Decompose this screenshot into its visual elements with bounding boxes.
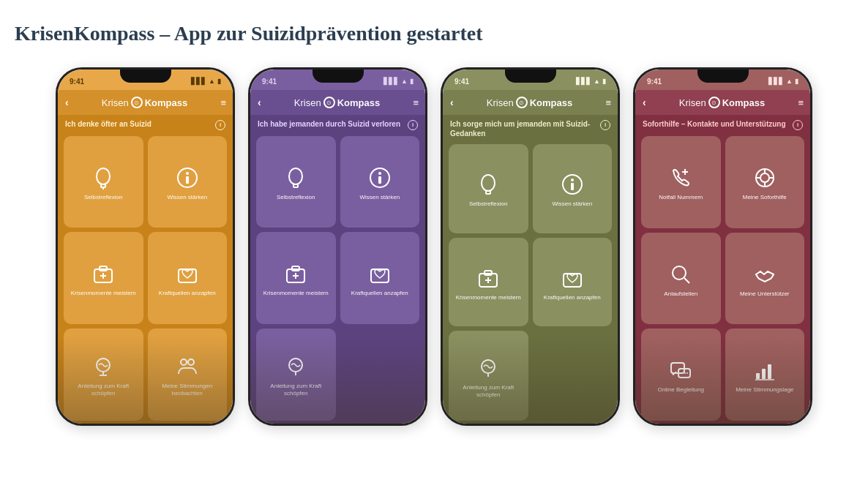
svg-rect-1 xyxy=(101,184,105,187)
svg-point-20 xyxy=(378,172,381,175)
time-4: 9:41 xyxy=(647,78,662,86)
grid-item-krisen-2[interactable]: Krisenmomente meistern xyxy=(256,232,336,323)
label-krisen-3: Krisenmomente meistern xyxy=(456,294,521,301)
grid-item-stimmungen-1[interactable]: Meine Stimmungen beobachten xyxy=(148,329,228,421)
svg-point-55 xyxy=(686,372,688,374)
grid-item-wissen-3[interactable]: Wissen stärken xyxy=(533,144,613,233)
grid-item-notfall-4[interactable]: Notfall Nummern xyxy=(641,136,721,228)
label-wissen-1: Wissen stärken xyxy=(167,194,207,201)
info-icon-2[interactable]: i xyxy=(408,120,418,130)
grid-item-anleitung-3[interactable]: Anleitung zum Kraft schöpfen xyxy=(449,331,528,421)
grid-item-wissen-1[interactable]: Wissen stärken xyxy=(148,136,228,228)
status-icons-4: ▋▋▋ ▲ ▮ xyxy=(768,78,798,85)
label-wissen-2: Wissen stärken xyxy=(359,194,400,201)
logo-4: Krisen ⊙ Kompass xyxy=(679,97,765,108)
chart-bars-icon-4 xyxy=(752,357,778,383)
back-chevron-4[interactable]: ‹ xyxy=(643,97,646,108)
label-wissen-3: Wissen stärken xyxy=(552,200,592,208)
status-bar-1: 9:41 ▋▋▋ ▲ ▮ xyxy=(58,70,233,90)
heart-box-icon-2 xyxy=(367,260,393,287)
label-unterstuetzer-4: Meine Unterstützer xyxy=(740,290,790,298)
section-text-2: Ich habe jemanden durch Suizid verloren xyxy=(258,119,400,129)
svg-point-4 xyxy=(186,172,189,175)
svg-point-53 xyxy=(682,372,684,374)
grid-item-selbstreflexion-1[interactable]: Selbstreflexion xyxy=(64,136,143,228)
mirror-icon-2 xyxy=(283,165,309,191)
info-icon-4[interactable]: i xyxy=(793,120,803,130)
grid-item-online-4[interactable]: Online Begleitung xyxy=(641,329,721,421)
status-bar-3: 9:41 ▋▋▋ ▲ ▮ xyxy=(443,70,618,90)
grid-item-unterstuetzer-4[interactable]: Meine Unterstützer xyxy=(725,233,805,325)
svg-line-50 xyxy=(684,278,689,283)
logo-kompass-3: Kompass xyxy=(530,97,573,108)
mirror-icon-1 xyxy=(90,165,116,191)
grid-item-soforthilfe-4[interactable]: Meine Soforthilfe xyxy=(725,136,805,228)
svg-point-44 xyxy=(760,173,769,182)
section-label-2: Ich habe jemanden durch Suizid verloren … xyxy=(250,115,425,133)
icon-grid-2: Selbstreflexion Wissen stärken xyxy=(250,133,425,424)
back-chevron-1[interactable]: ‹ xyxy=(65,97,69,108)
app-header-4: ‹ Krisen ⊙ Kompass ≡ xyxy=(635,90,810,115)
svg-rect-21 xyxy=(378,176,381,184)
back-chevron-2[interactable]: ‹ xyxy=(258,97,261,108)
grid-item-anleitung-2[interactable]: Anleitung zum Kraft schöpfen xyxy=(256,329,336,421)
label-anleitung-3: Anleitung zum Kraft schöpfen xyxy=(452,384,525,398)
time-3: 9:41 xyxy=(454,78,469,86)
grid-item-selbstreflexion-2[interactable]: Selbstreflexion xyxy=(256,136,336,228)
mirror-icon-3 xyxy=(475,171,501,198)
grid-item-anleitung-1[interactable]: Anleitung zum Kraft schöpfen xyxy=(64,329,143,421)
compass-icon-4: ⊙ xyxy=(708,97,720,108)
info-icon-grid-3 xyxy=(559,171,585,198)
logo-krisen-1: Krisen xyxy=(102,97,129,108)
signal-icon-2: ▋▋▋ xyxy=(384,78,399,85)
grid-item-kraft-3[interactable]: Kraftquellen anzapfen xyxy=(533,238,613,327)
app-header-1: ‹ Krisen ⊙ Kompass ≡ xyxy=(58,90,233,115)
grid-item-anlauf-4[interactable]: Anlaufstellen xyxy=(641,233,721,325)
section-label-1: Ich denke öfter an Suizid i xyxy=(58,115,233,133)
phone-1: 9:41 ▋▋▋ ▲ ▮ ‹ Krisen ⊙ Kompass ≡ xyxy=(56,67,235,426)
svg-rect-56 xyxy=(756,373,760,379)
hamburger-icon-1[interactable]: ≡ xyxy=(220,97,225,108)
grid-item-kraft-2[interactable]: Kraftquellen anzapfen xyxy=(340,232,420,323)
label-selbstreflexion-2: Selbstreflexion xyxy=(277,194,315,201)
wifi-icon-1: ▲ xyxy=(209,78,215,85)
section-label-3: Ich sorge mich um jemanden mit Suizid-Ge… xyxy=(443,115,618,141)
compass-icon-2: ⊙ xyxy=(323,97,335,108)
phone-2-wrapper: 9:41 ▋▋▋ ▲ ▮ ‹ Krisen ⊙ Kompass ≡ xyxy=(248,67,427,426)
label-kraft-3: Kraftquellen anzapfen xyxy=(544,294,601,301)
logo-2: Krisen ⊙ Kompass xyxy=(294,97,380,108)
grid-item-kraft-1[interactable]: Kraftquellen anzapfen xyxy=(148,232,228,323)
label-soforthilfe-4: Meine Soforthilfe xyxy=(743,194,787,201)
signal-icon-3: ▋▋▋ xyxy=(576,78,591,85)
label-kraft-1: Kraftquellen anzapfen xyxy=(159,290,216,297)
hamburger-icon-3[interactable]: ≡ xyxy=(605,97,610,108)
grid-item-empty-2 xyxy=(340,329,420,421)
brain-waves-icon-2 xyxy=(283,353,309,380)
info-icon-3[interactable]: i xyxy=(600,120,610,130)
logo-krisen-4: Krisen xyxy=(679,97,706,108)
icon-grid-4: Notfall Nummern xyxy=(635,133,810,424)
status-icons-3: ▋▋▋ ▲ ▮ xyxy=(576,78,606,85)
grid-item-stimmungslage-4[interactable]: Meine Stimmungslage xyxy=(725,329,805,421)
grid-item-krisen-1[interactable]: Krisenmomente meistern xyxy=(64,232,143,323)
svg-rect-58 xyxy=(768,364,771,379)
status-bar-4: 9:41 ▋▋▋ ▲ ▮ xyxy=(635,70,810,90)
info-icon-1[interactable]: i xyxy=(215,120,225,130)
status-icons-1: ▋▋▋ ▲ ▮ xyxy=(191,78,221,85)
status-icons-2: ▋▋▋ ▲ ▮ xyxy=(384,78,414,85)
battery-icon-3: ▮ xyxy=(602,78,606,85)
grid-item-wissen-2[interactable]: Wissen stärken xyxy=(340,136,420,228)
info-icon-grid-1 xyxy=(174,165,201,191)
hamburger-icon-2[interactable]: ≡ xyxy=(413,97,418,108)
label-krisen-2: Krisenmomente meistern xyxy=(263,290,329,297)
grid-item-krisen-3[interactable]: Krisenmomente meistern xyxy=(449,238,528,327)
hamburger-icon-4[interactable]: ≡ xyxy=(798,97,803,108)
brain-waves-icon-1 xyxy=(90,353,116,380)
grid-item-selbstreflexion-3[interactable]: Selbstreflexion xyxy=(449,144,528,233)
phones-container: 9:41 ▋▋▋ ▲ ▮ ‹ Krisen ⊙ Kompass ≡ xyxy=(15,67,853,426)
status-bar-2: 9:41 ▋▋▋ ▲ ▮ xyxy=(250,70,425,90)
medkit-icon-2 xyxy=(283,260,309,287)
heart-box-icon-3 xyxy=(559,265,585,291)
medkit-icon-1 xyxy=(90,260,116,287)
back-chevron-3[interactable]: ‹ xyxy=(450,97,454,108)
